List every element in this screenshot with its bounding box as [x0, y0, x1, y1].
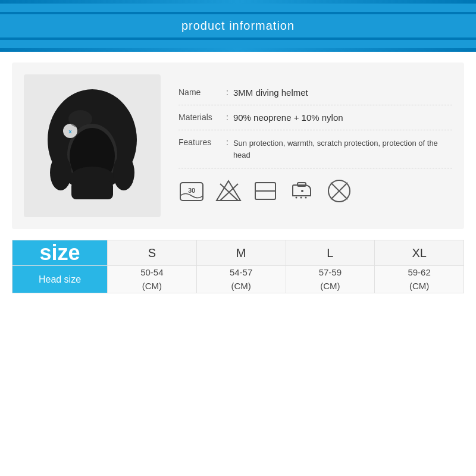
size-header-cell: size — [12, 240, 108, 266]
features-value: Sun protection, warmth, scratch protecti… — [233, 137, 452, 161]
name-row: Name : 3MM diving helmet — [178, 80, 452, 105]
header-bottom-stripe — [0, 48, 476, 52]
name-label: Name — [178, 87, 226, 97]
svg-marker-12 — [217, 181, 240, 201]
page-header: product information — [0, 4, 476, 48]
size-col-l: L — [286, 240, 375, 266]
size-xl-value: 59-62 (CM) — [375, 266, 464, 293]
materials-row: Materials : 90% neoprene + 10% nylon — [178, 105, 452, 130]
svg-point-7 — [68, 110, 92, 128]
svg-text:30: 30 — [188, 187, 195, 194]
product-image-area: X — [24, 74, 161, 217]
product-details: Name : 3MM diving helmet Materials : 90%… — [178, 74, 452, 217]
size-col-xl: XL — [375, 240, 464, 266]
care-icons-row: 30 — [178, 178, 452, 204]
svg-rect-4 — [71, 181, 113, 199]
svg-point-8 — [50, 155, 71, 190]
features-colon: : — [226, 137, 228, 147]
size-col-m: M — [196, 240, 286, 266]
no-bleach-icon — [215, 178, 242, 204]
head-size-label: Head size — [12, 266, 108, 293]
wash-30-icon: 30 — [178, 178, 205, 204]
size-m-value: 54-57 (CM) — [196, 266, 286, 293]
svg-text:X: X — [68, 129, 72, 134]
materials-value: 90% neoprene + 10% nylon — [233, 112, 343, 123]
no-tumble-dry-icon — [326, 178, 352, 204]
name-colon: : — [226, 87, 228, 97]
svg-point-19 — [300, 197, 302, 199]
svg-point-9 — [113, 155, 134, 190]
materials-colon: : — [226, 112, 228, 122]
svg-point-21 — [301, 190, 303, 192]
features-row: Features : Sun protection, warmth, scrat… — [178, 130, 452, 168]
features-label: Features — [178, 137, 226, 147]
product-image: X — [36, 80, 149, 211]
page-title: product information — [0, 14, 476, 37]
size-s-value: 50-54 (CM) — [108, 266, 197, 293]
svg-point-18 — [296, 197, 298, 199]
name-value: 3MM diving helmet — [233, 87, 308, 98]
size-l-value: 57-59 (CM) — [286, 266, 375, 293]
head-size-row: Head size 50-54 (CM) 54-57 (CM) 57-59 (C… — [12, 266, 464, 293]
size-section: size S M L XL Head size 50-54 (CM) 54-57… — [12, 240, 464, 293]
dry-flat-icon — [252, 178, 278, 204]
product-info-section: X Name : 3MM diving helmet Materials : 9… — [12, 62, 464, 229]
size-header-row: size S M L XL — [12, 240, 464, 266]
svg-point-20 — [305, 197, 307, 199]
iron-low-icon — [289, 178, 315, 204]
materials-label: Materials — [178, 112, 226, 122]
size-col-s: S — [108, 240, 197, 266]
size-table: size S M L XL Head size 50-54 (CM) 54-57… — [12, 240, 464, 293]
